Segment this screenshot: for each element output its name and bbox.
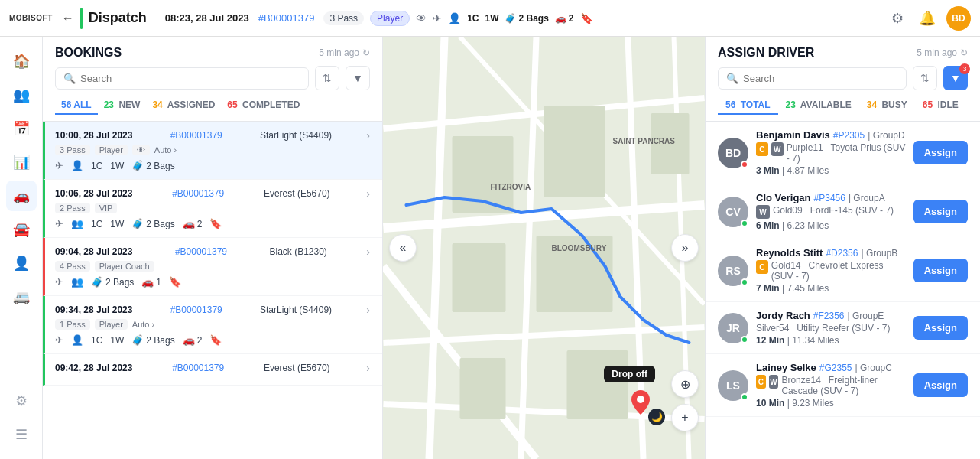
badge-c: C: [756, 260, 768, 274]
driver-meta: 12 Min | 11.34 Miles: [756, 335, 906, 346]
driver-id: #P3456: [814, 193, 845, 203]
booking-id: #B00001379: [172, 188, 224, 199]
bookmark-group: 🔖: [169, 276, 181, 288]
tab-all[interactable]: 56ALL: [55, 96, 98, 115]
atab-busy[interactable]: 34 BUSY: [859, 96, 915, 115]
assign-search-box[interactable]: 🔍: [718, 67, 907, 90]
nav-chart[interactable]: 📊: [6, 147, 37, 177]
assign-button-1[interactable]: Assign: [913, 141, 968, 164]
nav-car-active[interactable]: 🚗: [6, 181, 37, 211]
type-tag: Player: [95, 319, 128, 330]
bookings-panel: BOOKINGS 5 min ago ↻ 🔍 ⇅ ▼ 56ALL 23 NEW …: [43, 37, 383, 459]
driver-id: #D2356: [826, 248, 858, 259]
driver-group: | GroupC: [855, 363, 891, 373]
driver-id: #G2355: [819, 363, 852, 373]
tab-assigned[interactable]: 34 ASSIGNED: [146, 96, 221, 115]
bell-icon[interactable]: 🔔: [919, 10, 936, 27]
bookings-search-box[interactable]: 🔍: [55, 67, 309, 90]
back-button[interactable]: ←: [62, 11, 74, 25]
assign-search-input[interactable]: [743, 73, 898, 84]
booking-item[interactable]: 09:42, 28 Jul 2023 #B00001379 Everest (E…: [43, 354, 382, 386]
assign-button-3[interactable]: Assign: [913, 259, 968, 282]
booking-item[interactable]: 10:06, 28 Jul 2023 #B00001379 Everest (E…: [43, 180, 382, 238]
sort-button[interactable]: ⇅: [315, 66, 339, 90]
topbar: MOBISOFT ← Dispatch 08:23, 28 Jul 2023 #…: [0, 0, 980, 37]
eye-tag-icon: 👁: [132, 145, 150, 155]
dropoff-pin: [631, 390, 650, 418]
driver-info: Reynolds Stitt #D2356 | GroupB C Gold14 …: [756, 247, 906, 294]
refresh-icon[interactable]: ↻: [362, 47, 370, 58]
tab-completed[interactable]: 65 COMPLETED: [221, 96, 306, 115]
driver-name: Benjamin Davis: [756, 129, 830, 141]
gear-icon[interactable]: ⚙: [891, 10, 904, 27]
1c-group: 1C: [91, 335, 102, 346]
bookings-list: 10:00, 28 Jul 2023 #B00001379 StarLight …: [43, 122, 382, 459]
booking-id: #B00001379: [170, 130, 222, 141]
pass-tag: 2 Pass: [55, 203, 90, 213]
driver-car: Purple11 Toyota Prius (SUV - 7): [787, 142, 906, 164]
collapse-right-button[interactable]: »: [671, 234, 699, 262]
assign-button-4[interactable]: Assign: [913, 316, 968, 340]
booking-item[interactable]: 09:34, 28 Jul 2023 #B00001379 StarLight …: [43, 296, 382, 354]
booking-time: 09:42, 28 Jul 2023: [55, 363, 132, 373]
driver-meta: 6 Min | 6.23 Miles: [756, 220, 906, 231]
person-icon-group: 👤: [71, 160, 83, 171]
driver-item: BD Benjamin Davis #P2305 | GroupD C W Pu…: [706, 122, 980, 184]
tab-new[interactable]: 23 NEW: [98, 96, 147, 115]
map-area: FITZROVIA BLOOMSBURY SAINT PANCRAS G Gre…: [383, 37, 705, 459]
stat-1w: 1W: [485, 13, 498, 24]
bookings-search-input[interactable]: [80, 73, 300, 84]
driver-group: | GroupE: [848, 311, 884, 321]
nav-car2[interactable]: 🚘: [6, 214, 37, 245]
driver-car: Silver54 Utility Reefer (SUV - 7): [756, 323, 890, 334]
bookmark-icon: 🔖: [580, 12, 593, 24]
nav-settings[interactable]: ⚙: [6, 386, 37, 416]
atab-idle[interactable]: 65 IDLE: [915, 96, 966, 115]
assign-refresh-icon[interactable]: ↻: [960, 47, 968, 58]
drivers-list: BD Benjamin Davis #P2305 | GroupD C W Pu…: [706, 122, 980, 459]
driver-meta: 3 Min | 4.87 Miles: [756, 165, 906, 176]
nav-person[interactable]: 👤: [6, 248, 37, 278]
driver-id: #F2356: [813, 311, 845, 321]
car-group: 🚗1: [141, 276, 161, 288]
booking-item[interactable]: 09:04, 28 Jul 2023 #B00001379 Black (B12…: [43, 238, 382, 296]
driver-meta: 7 Min | 7.45 Miles: [756, 283, 906, 294]
my-location-button[interactable]: ⊕: [671, 370, 699, 398]
topbar-booking-id[interactable]: #B00001379: [258, 12, 315, 24]
eye-icon[interactable]: 👁: [416, 12, 427, 24]
nav-car3[interactable]: 🚐: [6, 282, 37, 312]
pass-tag: 1 Pass: [55, 319, 90, 330]
svg-text:SAINT PANCRAS: SAINT PANCRAS: [613, 137, 676, 145]
zoom-in-button[interactable]: +: [671, 404, 699, 431]
booking-ref: Everest (E5670): [264, 188, 330, 199]
driver-avatar-wrap: LS: [718, 370, 748, 401]
svg-rect-16: [460, 358, 506, 419]
atab-total[interactable]: 56 TOTAL: [718, 96, 778, 115]
filter-button[interactable]: ▼: [346, 66, 370, 90]
nav-list[interactable]: ☰: [6, 419, 37, 450]
1w-group: 1W: [110, 161, 124, 171]
assign-button-2[interactable]: Assign: [913, 200, 968, 223]
driver-name: Lainey Selke: [756, 362, 816, 373]
nav-calendar[interactable]: 📅: [6, 113, 37, 144]
booking-item[interactable]: 10:00, 28 Jul 2023 #B00001379 StarLight …: [43, 122, 382, 180]
driver-info: Clo Verigan #P3456 | GroupA W Gold09 For…: [756, 192, 906, 231]
collapse-left-button[interactable]: «: [389, 234, 417, 262]
assign-filter-button[interactable]: ▼ 3: [943, 66, 968, 90]
assign-sort-button[interactable]: ⇅: [913, 66, 937, 90]
nav-home[interactable]: 🏠: [6, 46, 37, 76]
stat-car: 🚗 2: [555, 13, 574, 24]
atab-available[interactable]: 23 AVAILABLE: [778, 96, 859, 115]
nav-people[interactable]: 👥: [6, 80, 37, 110]
stat-bags: 🧳 2 Bags: [505, 13, 548, 24]
assign-button-5[interactable]: Assign: [913, 373, 968, 397]
driver-status-dot: [741, 161, 748, 168]
user-avatar[interactable]: BD: [946, 6, 971, 31]
chevron-right-icon: ›: [366, 187, 370, 200]
assign-filter-tabs: 56 TOTAL 23 AVAILABLE 34 BUSY 65 IDLE: [706, 96, 980, 122]
booking-ref: StarLight (S4409): [260, 304, 332, 315]
dispatch-title: Dispatch: [89, 10, 147, 26]
driver-avatar-wrap: CV: [718, 197, 748, 227]
chevron-right-icon: ›: [366, 246, 370, 258]
badge-w: W: [756, 205, 770, 219]
